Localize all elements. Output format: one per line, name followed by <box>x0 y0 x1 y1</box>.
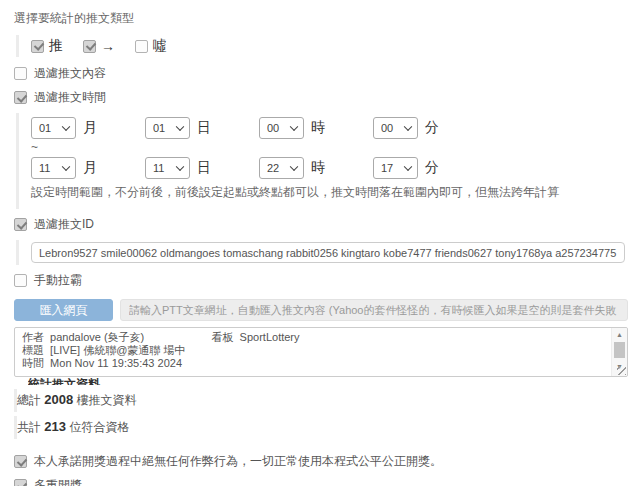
filter-time-label: 過濾推文時間 <box>34 89 106 106</box>
time-end-row: 11 月 11 日 22 時 17 分 <box>31 156 628 180</box>
id-filter-input[interactable] <box>31 242 625 263</box>
resize-grip-icon[interactable] <box>617 366 626 375</box>
manual-slot-row[interactable]: 手動拉霸 <box>14 272 628 289</box>
end-minute-unit: 分 <box>425 159 439 177</box>
start-minute-select[interactable]: 00 <box>373 117 418 139</box>
filter-content-checkbox[interactable] <box>14 67 27 80</box>
push-checkbox[interactable] <box>31 40 44 53</box>
start-day-unit: 日 <box>197 119 211 137</box>
start-day-select-wrap: 01 <box>145 117 190 139</box>
push-type-boo[interactable]: 噓 <box>135 37 167 55</box>
arrow-label: → <box>101 38 115 54</box>
filter-id-row[interactable]: 過濾推文ID <box>14 216 628 233</box>
push-type-push[interactable]: 推 <box>31 37 63 55</box>
push-type-arrow[interactable]: → <box>83 38 115 54</box>
scroll-up-icon[interactable]: ▲ <box>612 328 627 341</box>
manual-slot-label: 手動拉霸 <box>34 272 82 289</box>
end-minute-select-wrap: 17 <box>373 157 418 179</box>
filter-time-checkbox[interactable] <box>14 91 27 104</box>
time-filter-note: 設定時間範圍，不分前後，前後設定起點或終點都可以，推文時間落在範圍內即可，但無法… <box>31 184 628 201</box>
total-floors-stat: 總計 2008 樓推文資料 <box>14 389 628 412</box>
start-minute-select-wrap: 00 <box>373 117 418 139</box>
qualified-stat: 共計 213 位符合資格 <box>14 416 628 439</box>
manual-slot-checkbox[interactable] <box>14 274 27 287</box>
scrollbar-thumb[interactable] <box>614 342 625 358</box>
end-month-unit: 月 <box>83 159 97 177</box>
start-day-select[interactable]: 01 <box>145 117 190 139</box>
qualified-suffix: 位符合資格 <box>69 420 129 434</box>
total-prefix: 總計 <box>17 393 41 407</box>
article-url-input[interactable] <box>120 299 628 321</box>
filter-content-row[interactable]: 過濾推文內容 <box>14 65 628 82</box>
end-month-select[interactable]: 11 <box>31 157 76 179</box>
end-hour-select[interactable]: 22 <box>259 157 304 179</box>
start-month-unit: 月 <box>83 119 97 137</box>
end-hour-select-wrap: 22 <box>259 157 304 179</box>
total-count: 2008 <box>44 392 73 407</box>
boo-label: 噓 <box>153 37 167 55</box>
qualified-prefix: 共計 <box>17 420 41 434</box>
start-month-select[interactable]: 01 <box>31 117 76 139</box>
end-day-unit: 日 <box>197 159 211 177</box>
end-hour-unit: 時 <box>311 159 325 177</box>
start-hour-select-wrap: 00 <box>259 117 304 139</box>
total-suffix: 樓推文資料 <box>77 393 137 407</box>
end-day-select[interactable]: 11 <box>145 157 190 179</box>
time-range-tilde: ~ <box>31 141 628 155</box>
filter-id-label: 過濾推文ID <box>34 216 94 233</box>
end-minute-select[interactable]: 17 <box>373 157 418 179</box>
filter-content-label: 過濾推文內容 <box>34 65 106 82</box>
multi-draw-checkbox[interactable] <box>14 479 27 486</box>
end-day-select-wrap: 11 <box>145 157 190 179</box>
start-minute-unit: 分 <box>425 119 439 137</box>
multi-draw-label: 多重開獎 <box>34 477 82 486</box>
id-filter-block <box>16 240 628 265</box>
article-content-wrap: 作者 pandalove (奐子亥) 看板 SportLottery 標題 [L… <box>14 327 628 377</box>
pledge-label: 本人承諾開獎過程中絕無任何作弊行為，一切正常使用本程式公平公正開獎。 <box>34 453 442 470</box>
import-webpage-button[interactable]: 匯入網頁 <box>14 299 113 321</box>
time-filter-block: 01 月 01 日 00 時 00 分 ~ 11 月 11 日 22 時 17 <box>16 113 628 209</box>
filter-time-row[interactable]: 過濾推文時間 <box>14 89 628 106</box>
pledge-checkbox[interactable] <box>14 455 27 468</box>
qualified-count: 213 <box>44 419 66 434</box>
push-type-options: 推 → 噓 <box>16 35 628 57</box>
start-hour-unit: 時 <box>311 119 325 137</box>
boo-checkbox[interactable] <box>135 40 148 53</box>
multi-draw-row[interactable]: 多重開獎 <box>14 477 628 486</box>
start-hour-select[interactable]: 00 <box>259 117 304 139</box>
pledge-row[interactable]: 本人承諾開獎過程中絕無任何作弊行為，一切正常使用本程式公平公正開獎。 <box>14 453 628 470</box>
article-content-textarea[interactable]: 作者 pandalove (奐子亥) 看板 SportLottery 標題 [L… <box>14 327 628 377</box>
arrow-checkbox[interactable] <box>83 40 96 53</box>
push-label: 推 <box>49 37 63 55</box>
ptt-lottery-tool-page: 選擇要統計的推文類型 推 → 噓 過濾推文內容 過濾推文時間 01 月 01 日 <box>0 0 640 486</box>
start-month-select-wrap: 01 <box>31 117 76 139</box>
import-row: 匯入網頁 <box>14 299 628 321</box>
clipped-text-line: 統計推文資料 <box>28 378 628 385</box>
end-month-select-wrap: 11 <box>31 157 76 179</box>
filter-id-checkbox[interactable] <box>14 218 27 231</box>
push-type-title: 選擇要統計的推文類型 <box>14 10 628 27</box>
time-start-row: 01 月 01 日 00 時 00 分 <box>31 116 628 140</box>
